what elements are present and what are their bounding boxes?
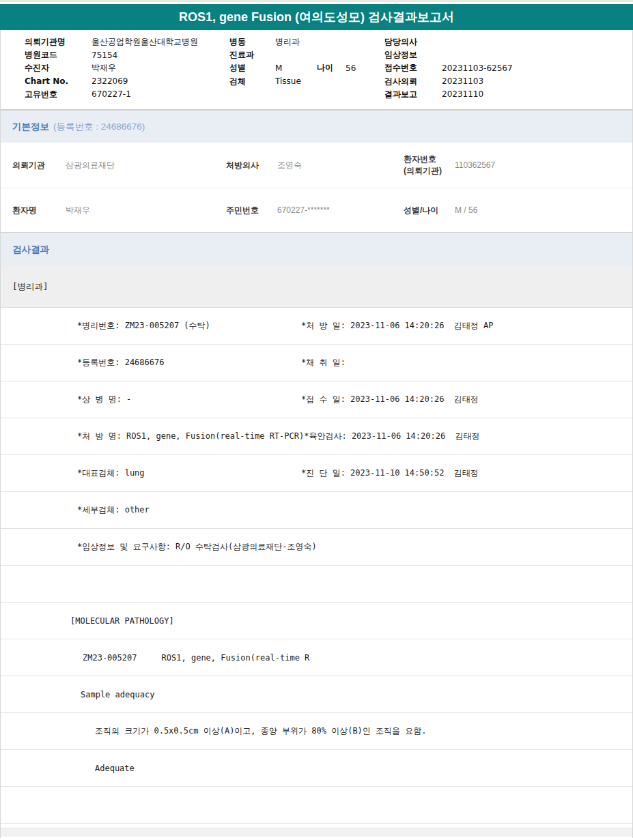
result-right: *진 단 일: 2023-11-10 14:50:52 김태정 xyxy=(301,467,479,479)
result-left: Sample adequacy xyxy=(1,690,154,699)
result-left: *병리번호: ZM23-005207 (수탁) xyxy=(1,320,301,332)
result-right: *처 방 일: 2023-11-06 14:20:26 김태정 AP xyxy=(301,320,494,332)
result-left: *등록번호: 24686676 xyxy=(1,357,301,368)
field-requesting-org: 의뢰기관명 울산공업학원울산대학교병원 xyxy=(25,35,198,48)
field-value: 75154 xyxy=(92,50,117,60)
basic-info-section-header: 기본정보 (등록번호 : 24686676) xyxy=(1,110,632,143)
result-row-representative-specimen: *대표검체: lung *진 단 일: 2023-11-10 14:50:52 … xyxy=(1,455,632,492)
result-left: *세부검체: other xyxy=(1,504,301,516)
result-row-clinical-info-request: *임상정보 및 요구사항: R/O 수탁검사(삼광의료재단-조영숙) xyxy=(1,529,632,566)
cell-value: 삼광의료재단 xyxy=(66,160,226,171)
cell-value: M / 56 xyxy=(455,205,477,215)
field-label: 진료과 xyxy=(229,49,275,61)
result-left: 조직의 크기가 0.5x0.5cm 이상(A)이고, 종양 부위가 80% 이상… xyxy=(1,725,427,737)
result-left: *대표검체: lung xyxy=(1,467,301,479)
cell-value: 조영숙 xyxy=(277,160,404,171)
patient-header-middle-column: 병동 병리과 진료과 성별 M 나이 56 검체 Tissue xyxy=(229,35,356,88)
field-label-age: 나이 xyxy=(317,62,346,74)
patient-header-right-column: 담당의사 임상정보 접수번호 20231103-62567 검사의뢰 20231… xyxy=(384,35,513,101)
field-test-request-date: 검사의뢰 20231103 xyxy=(384,75,513,88)
cell-value: 110362567 xyxy=(455,160,495,170)
cell-value: 박재우 xyxy=(66,205,226,216)
result-left: [MOLECULAR PATHOLOGY] xyxy=(1,616,174,626)
result-row-disease-name: *상 병 명: - *접 수 일: 2023-11-06 14:20:26 김태… xyxy=(1,381,632,418)
field-value: 20231110 xyxy=(442,89,483,99)
field-value: 박재우 xyxy=(92,62,116,74)
result-row-empty xyxy=(1,566,632,603)
field-value: 울산공업학원울산대학교병원 xyxy=(92,36,198,48)
footer-bar xyxy=(1,828,632,837)
cell-label-patient-name: 환자명 xyxy=(12,205,66,216)
field-value: 20231103-62567 xyxy=(442,63,513,73)
result-left: Adequate xyxy=(1,764,135,773)
report-page: ROS1, gene Fusion (여의도성모) 검사결과보고서 의뢰기관명 … xyxy=(0,0,633,838)
field-unique-no: 고유번호 670227-1 xyxy=(25,88,198,101)
field-specimen: 검체 Tissue xyxy=(229,75,356,88)
field-attending-doctor: 담당의사 xyxy=(384,35,513,48)
field-value: 병리과 xyxy=(275,36,300,48)
result-right: *채 취 일: xyxy=(301,357,346,368)
section-subtitle: (등록번호 : 24686676) xyxy=(53,121,145,133)
result-row-detailed-specimen: *세부검체: other xyxy=(1,492,632,529)
cell-label-resident-no: 주민번호 xyxy=(226,205,277,216)
result-left: *처 방 명: ROS1, gene, Fusion(real-time RT-… xyxy=(1,431,304,442)
field-examinee: 수진자 박재우 xyxy=(25,61,198,74)
field-label: 검사의뢰 xyxy=(384,76,442,87)
basic-info-row: 환자명 박재우 주민번호 670227-******* 성별/나이 M / 56 xyxy=(1,188,632,232)
field-value: M xyxy=(275,63,317,73)
section-title: 검사결과 xyxy=(12,244,49,256)
department-label: [병리과] xyxy=(12,281,48,293)
patient-header: 의뢰기관명 울산공업학원울산대학교병원 병원코드 75154 수진자 박재우 C… xyxy=(1,30,632,110)
field-label: Chart No. xyxy=(25,76,92,86)
field-clinical-info: 임상정보 xyxy=(384,48,513,61)
field-receipt-no: 접수번호 20231103-62567 xyxy=(384,61,513,74)
field-value: 2322069 xyxy=(92,76,128,86)
field-department: 진료과 xyxy=(229,48,356,61)
field-label: 의뢰기관명 xyxy=(25,36,92,48)
cell-label-requesting-org: 의뢰기관 xyxy=(12,160,66,171)
department-row: [병리과] xyxy=(1,266,632,308)
field-label: 고유번호 xyxy=(25,89,92,100)
field-label: 임상정보 xyxy=(384,49,442,61)
field-label: 병원코드 xyxy=(25,49,92,61)
result-row-empty xyxy=(1,787,632,824)
field-label: 수진자 xyxy=(25,62,92,74)
cell-label-patient-no: 환자번호(의뢰기관) xyxy=(404,154,455,177)
field-ward: 병동 병리과 xyxy=(229,35,356,48)
field-value: 20231103 xyxy=(442,76,483,86)
field-label: 성별 xyxy=(229,62,275,74)
field-chart-no: Chart No. 2322069 xyxy=(25,75,198,88)
section-title: 기본정보 xyxy=(12,121,49,133)
field-sex-age: 성별 M 나이 56 xyxy=(229,61,356,74)
result-right: *접 수 일: 2023-11-06 14:20:26 김태정 xyxy=(301,394,479,405)
results-section-header: 검사결과 xyxy=(1,232,632,266)
field-label: 결과보고 xyxy=(384,89,442,100)
result-left: *상 병 명: - xyxy=(1,394,301,405)
result-row-test-id: ZM23-005207 ROS1, gene, Fusion(real-time… xyxy=(1,639,632,676)
basic-info-row: 의뢰기관 삼광의료재단 처방의사 조영숙 환자번호(의뢰기관) 11036256… xyxy=(1,143,632,188)
cell-value: 670227-******* xyxy=(277,205,404,215)
result-row-prescription-name: *처 방 명: ROS1, gene, Fusion(real-time RT-… xyxy=(1,418,632,455)
report-title-bar: ROS1, gene Fusion (여의도성모) 검사결과보고서 xyxy=(0,4,633,30)
report-content: 의뢰기관명 울산공업학원울산대학교병원 병원코드 75154 수진자 박재우 C… xyxy=(0,30,633,838)
field-hospital-code: 병원코드 75154 xyxy=(25,48,198,61)
result-row-adequacy-result: Adequate xyxy=(1,750,632,787)
result-row-molecular-pathology-heading: [MOLECULAR PATHOLOGY] xyxy=(1,603,632,639)
result-left: ZM23-005207 ROS1, gene, Fusion(real-time… xyxy=(1,653,309,663)
cell-label-prescribing-doctor: 처방의사 xyxy=(226,160,277,171)
cell-label-sex-age: 성별/나이 xyxy=(404,205,455,216)
cell-label-line2: (의뢰기관) xyxy=(404,165,455,177)
field-value-age: 56 xyxy=(346,63,356,73)
field-label: 검체 xyxy=(229,76,275,87)
page-title: ROS1, gene Fusion (여의도성모) 검사결과보고서 xyxy=(179,9,454,25)
field-label: 병동 xyxy=(229,36,275,48)
field-result-report-date: 결과보고 20231110 xyxy=(384,88,513,101)
result-left: *임상정보 및 요구사항: R/O 수탁검사(삼광의료재단-조영숙) xyxy=(1,541,317,553)
field-label: 접수번호 xyxy=(384,62,442,74)
result-row-adequacy-criteria: 조직의 크기가 0.5x0.5cm 이상(A)이고, 종양 부위가 80% 이상… xyxy=(1,713,632,750)
patient-header-left-column: 의뢰기관명 울산공업학원울산대학교병원 병원코드 75154 수진자 박재우 C… xyxy=(25,35,198,101)
result-row-pathology-no: *병리번호: ZM23-005207 (수탁) *처 방 일: 2023-11-… xyxy=(1,308,632,345)
result-row-registration-no: *등록번호: 24686676 *채 취 일: xyxy=(1,345,632,381)
result-right: *육안검사: 2023-11-06 14:20:26 김태정 xyxy=(304,431,479,442)
result-row-sample-adequacy-heading: Sample adequacy xyxy=(1,676,632,713)
